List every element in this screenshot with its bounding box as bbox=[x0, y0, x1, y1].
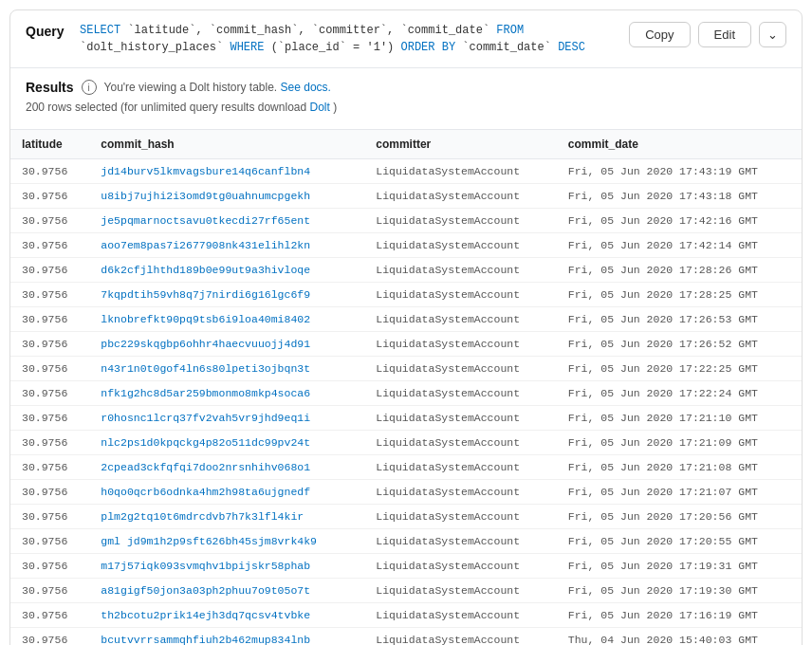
table-row: 30.9756a81gigf50jon3a03ph2phuu7o9t05o7tL… bbox=[10, 579, 802, 603]
cell-commit-hash: u8ibj7ujhi2i3omd9tg0uahnumcpgekh bbox=[89, 184, 364, 209]
table-row: 30.9756je5pqmarnoctsavu0tkecdi27rf65entL… bbox=[10, 209, 802, 233]
cell-commit-hash: pbc229skqgbp6ohhr4haecvuuojj4d91 bbox=[89, 332, 364, 357]
cell-commit-date: Fri, 05 Jun 2020 17:22:24 GMT bbox=[557, 381, 802, 406]
desc-keyword: DESC bbox=[558, 41, 585, 54]
cell-commit-date: Fri, 05 Jun 2020 17:21:08 GMT bbox=[557, 455, 802, 480]
cell-latitude: 30.9756 bbox=[10, 505, 89, 529]
cell-committer: LiquidataSystemAccount bbox=[364, 529, 557, 554]
cell-commit-hash: 7kqpdtih59vh8q7j7nirdi6g16lgc6f9 bbox=[89, 283, 364, 307]
table-row: 30.9756n43r1n0t0gof4ln6s80lpeti3ojbqn3tL… bbox=[10, 357, 802, 381]
cell-commit-hash: r0hosnc1lcrq37fv2vah5vr9jhd9eq1i bbox=[89, 406, 364, 431]
cell-committer: LiquidataSystemAccount bbox=[364, 209, 557, 233]
cell-commit-date: Fri, 05 Jun 2020 17:20:55 GMT bbox=[557, 529, 802, 554]
table-row: 30.9756r0hosnc1lcrq37fv2vah5vr9jhd9eq1iL… bbox=[10, 406, 802, 431]
query-header: Query SELECT `latitude`, `commit_hash`, … bbox=[10, 10, 802, 68]
cell-commit-date: Fri, 05 Jun 2020 17:43:18 GMT bbox=[557, 184, 802, 209]
cell-commit-date: Thu, 04 Jun 2020 15:40:03 GMT bbox=[557, 628, 802, 646]
cell-committer: LiquidataSystemAccount bbox=[364, 628, 557, 646]
cell-commit-date: Fri, 05 Jun 2020 17:26:52 GMT bbox=[557, 332, 802, 357]
where-condition: (`place_id` = '1') bbox=[271, 41, 401, 54]
table-row: 30.9756h0qo0qcrb6odnka4hm2h98ta6ujgnedfL… bbox=[10, 480, 802, 505]
cell-committer: LiquidataSystemAccount bbox=[364, 307, 557, 332]
table-row: 30.9756m17j57iqk093svmqhv1bpijskr58phabL… bbox=[10, 554, 802, 579]
cell-commit-hash: m17j57iqk093svmqhv1bpijskr58phab bbox=[89, 554, 364, 579]
header-row: latitude commit_hash committer commit_da… bbox=[10, 130, 802, 159]
query-actions: Copy Edit ⌄ bbox=[629, 22, 786, 47]
cell-committer: LiquidataSystemAccount bbox=[364, 283, 557, 307]
from-keyword: FROM bbox=[496, 24, 524, 37]
cell-commit-date: Fri, 05 Jun 2020 17:20:56 GMT bbox=[557, 505, 802, 529]
col-latitude: latitude bbox=[10, 130, 89, 159]
cell-commit-date: Fri, 05 Jun 2020 17:26:53 GMT bbox=[557, 307, 802, 332]
table-row: 30.9756bcutvvrrsammqhfiuh2b462mup834lnbL… bbox=[10, 628, 802, 646]
cell-committer: LiquidataSystemAccount bbox=[364, 505, 557, 529]
cell-committer: LiquidataSystemAccount bbox=[364, 332, 557, 357]
cell-latitude: 30.9756 bbox=[10, 529, 89, 554]
cell-latitude: 30.9756 bbox=[10, 455, 89, 480]
cell-committer: LiquidataSystemAccount bbox=[364, 455, 557, 480]
cell-committer: LiquidataSystemAccount bbox=[364, 357, 557, 381]
cell-commit-hash: nfk1g2hc8d5ar259bmonmo8mkp4soca6 bbox=[89, 381, 364, 406]
cell-latitude: 30.9756 bbox=[10, 381, 89, 406]
cell-latitude: 30.9756 bbox=[10, 579, 89, 603]
cell-commit-date: Fri, 05 Jun 2020 17:21:10 GMT bbox=[557, 406, 802, 431]
table-row: 30.9756nlc2ps1d0kpqckg4p82o511dc99pv24tL… bbox=[10, 431, 802, 455]
cell-committer: LiquidataSystemAccount bbox=[364, 603, 557, 628]
cell-commit-date: Fri, 05 Jun 2020 17:19:31 GMT bbox=[557, 554, 802, 579]
order-keyword: ORDER BY bbox=[400, 41, 455, 54]
cell-commit-date: Fri, 05 Jun 2020 17:21:07 GMT bbox=[557, 480, 802, 505]
cell-latitude: 30.9756 bbox=[10, 628, 89, 646]
copy-button[interactable]: Copy bbox=[629, 22, 690, 47]
cell-commit-hash: aoo7em8pas7i2677908nk431elihl2kn bbox=[89, 233, 364, 258]
docs-link[interactable]: See docs. bbox=[281, 81, 331, 94]
results-count: 200 rows selected (for unlimited query r… bbox=[26, 101, 786, 114]
cell-committer: LiquidataSystemAccount bbox=[364, 579, 557, 603]
info-icon: i bbox=[82, 80, 97, 95]
col-commit-hash: commit_hash bbox=[89, 130, 364, 159]
table-wrapper: latitude commit_hash committer commit_da… bbox=[10, 129, 802, 645]
results-info-text: You're viewing a Dolt history table. bbox=[104, 81, 278, 94]
table-row: 30.9756lknobrefkt90pq9tsb6i9loa40mi8402L… bbox=[10, 307, 802, 332]
cell-commit-hash: a81gigf50jon3a03ph2phuu7o9t05o7t bbox=[89, 579, 364, 603]
edit-button[interactable]: Edit bbox=[698, 22, 751, 47]
cell-committer: LiquidataSystemAccount bbox=[364, 159, 557, 184]
cell-latitude: 30.9756 bbox=[10, 357, 89, 381]
cell-commit-hash: lknobrefkt90pq9tsb6i9loa40mi8402 bbox=[89, 307, 364, 332]
table-row: 30.9756plm2g2tq10t6mdrcdvb7h7k3lfl4kirLi… bbox=[10, 505, 802, 529]
count-text: 200 rows selected (for unlimited query r… bbox=[26, 101, 306, 114]
cell-commit-date: Fri, 05 Jun 2020 17:42:14 GMT bbox=[557, 233, 802, 258]
cell-commit-hash: 2cpead3ckfqfqi7doo2nrsnhihv068o1 bbox=[89, 455, 364, 480]
cell-latitude: 30.9756 bbox=[10, 332, 89, 357]
cell-commit-hash: plm2g2tq10t6mdrcdvb7h7k3lfl4kir bbox=[89, 505, 364, 529]
cell-commit-hash: d6k2cfjlhthd189b0e99ut9a3hivloqe bbox=[89, 258, 364, 283]
table-row: 30.9756pbc229skqgbp6ohhr4haecvuuojj4d91L… bbox=[10, 332, 802, 357]
cell-committer: LiquidataSystemAccount bbox=[364, 233, 557, 258]
cell-latitude: 30.9756 bbox=[10, 603, 89, 628]
cell-commit-date: Fri, 05 Jun 2020 17:22:25 GMT bbox=[557, 357, 802, 381]
cell-latitude: 30.9756 bbox=[10, 233, 89, 258]
results-section: Results i You're viewing a Dolt history … bbox=[10, 68, 802, 129]
cell-committer: LiquidataSystemAccount bbox=[364, 258, 557, 283]
cell-commit-hash: jd14burv5lkmvagsbure14q6canflbn4 bbox=[89, 159, 364, 184]
cell-commit-date: Fri, 05 Jun 2020 17:28:25 GMT bbox=[557, 283, 802, 307]
cell-latitude: 30.9756 bbox=[10, 406, 89, 431]
cell-commit-hash: n43r1n0t0gof4ln6s80lpeti3ojbqn3t bbox=[89, 357, 364, 381]
results-bar: Results i You're viewing a Dolt history … bbox=[26, 80, 786, 95]
cell-latitude: 30.9756 bbox=[10, 480, 89, 505]
where-keyword: WHERE bbox=[230, 41, 264, 54]
cell-committer: LiquidataSystemAccount bbox=[364, 431, 557, 455]
chevron-button[interactable]: ⌄ bbox=[759, 22, 786, 47]
table-body: 30.9756jd14burv5lkmvagsbure14q6canflbn4L… bbox=[10, 159, 802, 646]
cell-commit-hash: je5pqmarnoctsavu0tkecdi27rf65ent bbox=[89, 209, 364, 233]
table-row: 30.9756gml jd9m1h2p9sft626bh45sjm8vrk4k9… bbox=[10, 529, 802, 554]
table-row: 30.97562cpead3ckfqfqi7doo2nrsnhihv068o1L… bbox=[10, 455, 802, 480]
cell-latitude: 30.9756 bbox=[10, 159, 89, 184]
cell-commit-hash: th2bcotu2prik14ejh3dq7qcsv4tvbke bbox=[89, 603, 364, 628]
table-row: 30.9756aoo7em8pas7i2677908nk431elihl2knL… bbox=[10, 233, 802, 258]
table-row: 30.9756th2bcotu2prik14ejh3dq7qcsv4tvbkeL… bbox=[10, 603, 802, 628]
from-table: `dolt_history_places` bbox=[80, 41, 230, 54]
cell-commit-hash: nlc2ps1d0kpqckg4p82o511dc99pv24t bbox=[89, 431, 364, 455]
dolt-link[interactable]: Dolt bbox=[310, 101, 330, 114]
select-keyword: SELECT bbox=[80, 24, 120, 37]
cell-commit-date: Fri, 05 Jun 2020 17:28:26 GMT bbox=[557, 258, 802, 283]
